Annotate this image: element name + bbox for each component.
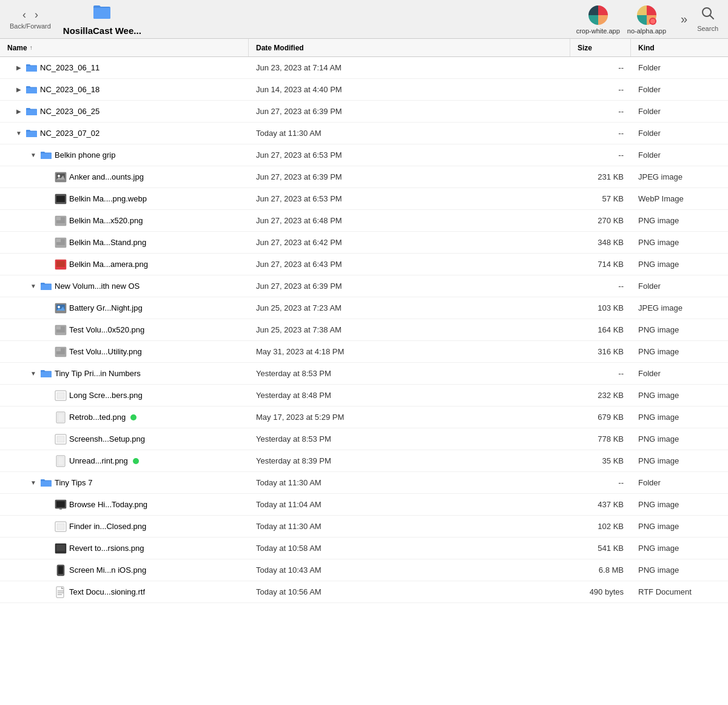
file-name: NC_2023_06_25 bbox=[40, 107, 99, 116]
file-name: Screensh...Setup.png bbox=[69, 434, 145, 444]
file-size: 35 KB bbox=[570, 456, 631, 465]
table-row[interactable]: Anker and...ounts.jpg Jun 27, 2023 at 6:… bbox=[0, 166, 728, 188]
expand-button[interactable]: ▶ bbox=[15, 107, 23, 116]
file-type-icon bbox=[55, 586, 67, 598]
table-row[interactable]: ▶ NC_2023_06_11 Jun 23, 2023 at 7:14 AM … bbox=[0, 57, 728, 79]
table-row[interactable]: Belkin Ma...x520.png Jun 27, 2023 at 6:4… bbox=[0, 210, 728, 232]
col-header-size[interactable]: Size bbox=[570, 39, 631, 56]
table-row[interactable]: Browse Hi...Today.png Today at 11:04 AM … bbox=[0, 494, 728, 516]
file-name: Belkin Ma...amera.png bbox=[69, 260, 148, 269]
file-kind: PNG image bbox=[631, 565, 728, 575]
table-row[interactable]: Test Volu...0x520.png Jun 25, 2023 at 7:… bbox=[0, 319, 728, 341]
file-name: Text Docu...sioning.rtf bbox=[69, 587, 145, 596]
table-row[interactable]: Belkin Ma...amera.png Jun 27, 2023 at 6:… bbox=[0, 254, 728, 275]
file-date: Today at 10:56 AM bbox=[249, 587, 570, 596]
table-row[interactable]: ▼ Tiny Tip Pri...in Numbers Yesterday at… bbox=[0, 363, 728, 385]
file-size: 348 KB bbox=[570, 238, 631, 247]
column-headers: Name ↑ Date Modified Size Kind bbox=[0, 39, 728, 57]
table-row[interactable]: Battery Gr...Night.jpg Jun 25, 2023 at 7… bbox=[0, 297, 728, 319]
file-type-icon bbox=[55, 346, 67, 358]
file-name-cell: Battery Gr...Night.jpg bbox=[0, 302, 249, 314]
svg-rect-44 bbox=[58, 566, 63, 574]
file-kind: PNG image bbox=[631, 434, 728, 444]
col-header-kind[interactable]: Kind bbox=[631, 39, 728, 56]
file-kind: Folder bbox=[631, 85, 728, 94]
file-type-icon bbox=[55, 171, 67, 183]
svg-rect-31 bbox=[58, 413, 64, 422]
collapse-button[interactable]: ▼ bbox=[29, 151, 38, 160]
table-row[interactable]: Belkin Ma....png.webp Jun 27, 2023 at 6:… bbox=[0, 188, 728, 210]
svg-rect-16 bbox=[56, 239, 61, 242]
file-date: Jun 25, 2023 at 7:23 AM bbox=[249, 303, 570, 312]
file-name: Test Volu...0x520.png bbox=[69, 325, 144, 334]
green-dot-badge bbox=[133, 458, 139, 464]
file-kind: PNG image bbox=[631, 500, 728, 509]
file-size: -- bbox=[570, 63, 631, 72]
file-name: Test Volu...Utility.png bbox=[69, 347, 142, 356]
green-dot-badge bbox=[130, 414, 136, 420]
file-list: ▶ NC_2023_06_11 Jun 23, 2023 at 7:14 AM … bbox=[0, 57, 728, 603]
svg-rect-40 bbox=[57, 524, 64, 530]
search-button[interactable]: Search bbox=[697, 7, 718, 32]
table-row[interactable]: Test Volu...Utility.png May 31, 2023 at … bbox=[0, 341, 728, 363]
table-row[interactable]: Revert to...rsions.png Today at 10:58 AM… bbox=[0, 538, 728, 559]
table-row[interactable]: ▶ NC_2023_06_25 Jun 27, 2023 at 6:39 PM … bbox=[0, 101, 728, 123]
table-row[interactable]: ▶ NC_2023_06_18 Jun 14, 2023 at 4:40 PM … bbox=[0, 79, 728, 101]
file-date: Yesterday at 8:39 PM bbox=[249, 456, 570, 465]
collapse-button[interactable]: ▼ bbox=[15, 129, 23, 138]
file-kind: PNG image bbox=[631, 522, 728, 531]
file-size: 679 KB bbox=[570, 413, 631, 422]
file-type-icon bbox=[55, 258, 67, 271]
file-name-cell: Unread...rint.png bbox=[0, 455, 249, 467]
file-name-cell: Screensh...Setup.png bbox=[0, 433, 249, 445]
table-row[interactable]: ▼ NC_2023_07_02 Today at 11:30 AM -- Fol… bbox=[0, 123, 728, 144]
expand-button[interactable]: ▶ bbox=[15, 64, 23, 72]
file-size: -- bbox=[570, 150, 631, 160]
collapse-button[interactable]: ▼ bbox=[29, 282, 38, 291]
table-row[interactable]: ▼ Belkin phone grip Jun 27, 2023 at 6:53… bbox=[0, 144, 728, 166]
app2-button[interactable]: no-alpha.app bbox=[627, 4, 666, 35]
svg-rect-10 bbox=[56, 196, 65, 202]
col-header-name[interactable]: Name ↑ bbox=[0, 39, 249, 56]
table-row[interactable]: Belkin Ma...Stand.png Jun 27, 2023 at 6:… bbox=[0, 232, 728, 254]
app1-button[interactable]: crop-white.app bbox=[576, 4, 620, 35]
file-size: 316 KB bbox=[570, 347, 631, 356]
file-type-icon bbox=[55, 193, 67, 205]
file-name-cell: ▼ New Volum...ith new OS bbox=[0, 280, 249, 292]
file-type-icon bbox=[40, 477, 52, 489]
file-name-cell: Retrob...ted.png bbox=[0, 411, 249, 423]
table-row[interactable]: Text Docu...sioning.rtf Today at 10:56 A… bbox=[0, 581, 728, 603]
file-name-cell: ▼ Tiny Tip Pri...in Numbers bbox=[0, 368, 249, 380]
file-name-cell: Belkin Ma...Stand.png bbox=[0, 237, 249, 249]
file-name: Finder in...Closed.png bbox=[69, 522, 146, 531]
collapse-button[interactable]: ▼ bbox=[29, 369, 38, 378]
file-name-cell: Belkin Ma...amera.png bbox=[0, 258, 249, 271]
file-kind: PNG image bbox=[631, 238, 728, 247]
table-row[interactable]: ▼ Tiny Tips 7 Today at 11:30 AM -- Folde… bbox=[0, 472, 728, 494]
file-name-cell: Text Docu...sioning.rtf bbox=[0, 586, 249, 598]
more-button[interactable]: » bbox=[681, 12, 687, 26]
file-name-cell: ▶ NC_2023_06_11 bbox=[0, 62, 249, 74]
collapse-button[interactable]: ▼ bbox=[29, 479, 38, 487]
table-row[interactable]: Unread...rint.png Yesterday at 8:39 PM 3… bbox=[0, 450, 728, 472]
file-name: Belkin phone grip bbox=[55, 150, 115, 160]
file-date: Jun 27, 2023 at 6:53 PM bbox=[249, 150, 570, 160]
app2-label: no-alpha.app bbox=[627, 27, 666, 35]
col-header-date[interactable]: Date Modified bbox=[249, 39, 570, 56]
table-row[interactable]: Screensh...Setup.png Yesterday at 8:53 P… bbox=[0, 428, 728, 450]
file-type-icon bbox=[40, 280, 52, 292]
file-type-icon bbox=[55, 564, 67, 576]
forward-button[interactable]: › bbox=[32, 8, 41, 21]
table-row[interactable]: Screen Mi...n iOS.png Today at 10:43 AM … bbox=[0, 559, 728, 581]
table-row[interactable]: ▼ New Volum...ith new OS Jun 27, 2023 at… bbox=[0, 275, 728, 297]
file-name: Revert to...rsions.png bbox=[69, 544, 144, 553]
file-name-cell: ▼ NC_2023_07_02 bbox=[0, 127, 249, 140]
file-type-icon bbox=[55, 542, 67, 555]
table-row[interactable]: Long Scre...bers.png Yesterday at 8:48 P… bbox=[0, 385, 728, 406]
file-name: Screen Mi...n iOS.png bbox=[69, 565, 146, 575]
expand-button[interactable]: ▶ bbox=[15, 86, 23, 94]
table-row[interactable]: Finder in...Closed.png Today at 11:30 AM… bbox=[0, 516, 728, 538]
table-row[interactable]: Retrob...ted.png May 17, 2023 at 5:29 PM… bbox=[0, 406, 728, 428]
file-kind: PNG image bbox=[631, 216, 728, 225]
back-button[interactable]: ‹ bbox=[20, 8, 29, 21]
